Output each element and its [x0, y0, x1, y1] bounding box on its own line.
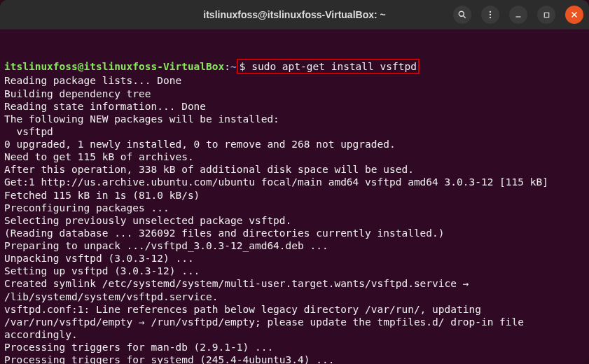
close-button[interactable] [565, 6, 583, 24]
output-line: The following NEW packages will be insta… [4, 113, 585, 125]
search-button[interactable] [453, 6, 471, 24]
terminal-window: itslinuxfoss@itslinuxfoss-VirtualBox: ~ … [0, 0, 589, 364]
output-line: Unpacking vsftpd (3.0.3-12) ... [4, 252, 585, 265]
menu-icon [485, 10, 495, 20]
prompt-path: ~ [230, 61, 237, 72]
prompt-dollar: $ [240, 61, 251, 72]
svg-point-4 [490, 17, 491, 18]
command-highlight: $ sudo apt-get install vsftpd [237, 59, 420, 74]
minimize-button[interactable] [509, 6, 527, 24]
output-line: 0 upgraded, 1 newly installed, 0 to remo… [4, 138, 585, 150]
window-title: itslinuxfoss@itslinuxfoss-VirtualBox: ~ [203, 9, 385, 20]
svg-point-2 [490, 11, 491, 13]
terminal-body[interactable]: itslinuxfoss@itslinuxfoss-VirtualBox:~$ … [0, 29, 589, 364]
output-line: Preconfiguring packages ... [4, 202, 585, 214]
svg-point-0 [459, 11, 464, 16]
output-line: Get:1 http://us.archive.ubuntu.com/ubunt… [4, 176, 585, 188]
prompt-line-1: itslinuxfoss@itslinuxfoss-VirtualBox:~$ … [4, 59, 585, 74]
output-line: Reading state information... Done [4, 100, 585, 113]
titlebar-controls [453, 6, 583, 24]
maximize-icon [543, 11, 550, 19]
output-line: (Reading database ... 326092 files and d… [4, 227, 585, 239]
output-line: Need to get 115 kB of archives. [4, 150, 585, 163]
svg-line-1 [463, 15, 465, 18]
output-line: Processing triggers for systemd (245.4-4… [4, 354, 585, 364]
minimize-icon [514, 10, 522, 19]
maximize-button[interactable] [537, 6, 555, 24]
output-line: Fetched 115 kB in 1s (81.0 kB/s) [4, 189, 585, 202]
output-line: Building dependency tree [4, 88, 585, 100]
output-line: Reading package lists... Done [4, 74, 585, 87]
output-line: Created symlink /etc/systemd/system/mult… [4, 277, 585, 302]
titlebar[interactable]: itslinuxfoss@itslinuxfoss-VirtualBox: ~ [0, 0, 589, 29]
output-line: After this operation, 338 kB of addition… [4, 163, 585, 176]
output-line: vsftpd.conf:1: Line references path belo… [4, 303, 585, 341]
close-icon [570, 10, 578, 19]
search-icon [457, 10, 467, 20]
output-line: vsftpd [4, 125, 585, 138]
output-line: Setting up vsftpd (3.0.3-12) ... [4, 265, 585, 277]
prompt-separator: : [224, 61, 230, 72]
svg-rect-6 [544, 13, 548, 17]
output-line: Processing triggers for man-db (2.9.1-1)… [4, 341, 585, 354]
command-text: sudo apt-get install vsftpd [251, 61, 417, 72]
output-line: Selecting previously unselected package … [4, 214, 585, 227]
output-line: Preparing to unpack .../vsftpd_3.0.3-12_… [4, 239, 585, 252]
prompt-user-host: itslinuxfoss@itslinuxfoss-VirtualBox [4, 61, 224, 72]
svg-point-3 [490, 14, 491, 15]
menu-button[interactable] [481, 6, 499, 24]
